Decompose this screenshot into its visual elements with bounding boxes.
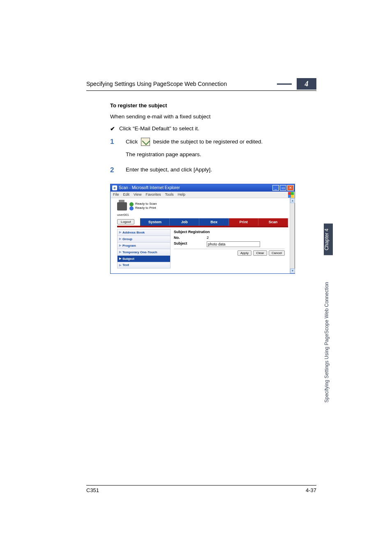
sidenav-address-book[interactable]: ▶Address Book	[117, 229, 171, 236]
tab-system[interactable]: System	[140, 218, 170, 226]
footer-right: 4-37	[306, 487, 316, 493]
step1-text-after: beside the subject to be registered or e…	[153, 139, 263, 145]
printer-icon	[117, 202, 127, 210]
side-tab-title: Specifying Settings Using PageScope Web …	[324, 255, 333, 429]
page-footer: C351 4-37	[86, 485, 316, 493]
cancel-button[interactable]: Cancel	[269, 250, 285, 256]
prereq-text: Click “E-Mail Default” to select it.	[119, 125, 199, 132]
sidenav-subject[interactable]: ▶Subject	[117, 255, 171, 262]
sidenav-label: Group	[122, 237, 132, 241]
ie-icon: e	[112, 185, 117, 190]
menu-edit[interactable]: Edit	[123, 192, 130, 197]
edit-icon	[141, 138, 150, 146]
side-tab-chapter: Chapter 4	[324, 224, 333, 255]
step1-text-before: Click	[126, 139, 139, 145]
running-title: Specifying Settings Using PageScope Web …	[86, 81, 227, 87]
step-1: 1 Click beside the subject to be registe…	[110, 138, 316, 164]
status-dot-green	[129, 202, 134, 206]
close-button[interactable]: ✕	[287, 185, 294, 191]
maximize-button[interactable]: ▭	[280, 185, 286, 191]
windows-logo-icon	[288, 192, 294, 198]
step-number: 1	[110, 138, 116, 164]
header-stripe	[277, 83, 292, 85]
subject-input[interactable]	[207, 241, 260, 247]
main-panel: Subject Registration No. 2 Subject Apply…	[172, 229, 286, 268]
window-title: Scan - Microsoft Internet Explorer	[119, 185, 180, 190]
tab-print[interactable]: Print	[229, 218, 258, 226]
tab-scan[interactable]: Scan	[258, 218, 288, 226]
sidenav-label: Address Book	[122, 231, 145, 234]
header-right: 4	[277, 78, 316, 90]
prereq-line: ✔ Click “E-Mail Default” to select it.	[110, 125, 316, 132]
chapter-number-box: 4	[297, 78, 316, 90]
scrollbar[interactable]: ▲ ▼	[290, 198, 295, 273]
header-rule	[86, 90, 316, 91]
sidenav-label: Program	[122, 244, 136, 247]
menu-view[interactable]: View	[134, 192, 141, 197]
field-subject-label: Subject	[174, 241, 207, 247]
scroll-down-icon[interactable]: ▼	[290, 268, 295, 273]
step-2: 2 Enter the subject, and click [Apply].	[110, 166, 316, 179]
field-no-label: No.	[174, 236, 207, 240]
menu-help[interactable]: Help	[178, 192, 185, 197]
menu-bar: File Edit View Favorites Tools Help	[111, 192, 295, 198]
check-icon: ✔	[110, 125, 115, 132]
menu-file[interactable]: File	[113, 192, 119, 197]
apply-button[interactable]: Apply	[238, 250, 251, 256]
panel-title: Subject Registration	[174, 230, 285, 234]
sidenav-text[interactable]: ▶Text	[117, 262, 171, 268]
step-number: 2	[110, 166, 116, 179]
user-label: user001	[113, 213, 292, 217]
sidenav-group[interactable]: ▶Group	[117, 236, 171, 242]
side-chapter-tab: Chapter 4 Specifying Settings Using Page…	[324, 224, 333, 429]
side-nav: ▶Address Book ▶Group ▶Program ▶Temporary…	[117, 229, 171, 268]
step2-text: Enter the subject, and click [Apply].	[126, 166, 212, 174]
sidenav-label: Temporary One-Touch	[122, 250, 157, 254]
status-dot-blue	[129, 206, 134, 210]
menu-tools[interactable]: Tools	[165, 192, 173, 197]
device-status: Ready to Scan Ready to Print	[113, 200, 292, 211]
section-intro: When sending e-mail with a fixed subject	[110, 113, 316, 120]
minimize-button[interactable]: _	[272, 185, 279, 191]
clear-button[interactable]: Clear	[253, 250, 267, 256]
title-bar: e Scan - Microsoft Internet Explorer _ ▭…	[111, 184, 295, 192]
field-no-value: 2	[207, 236, 209, 240]
tab-box[interactable]: Box	[199, 218, 229, 226]
status-scan: Ready to Scan	[135, 202, 157, 206]
tab-job[interactable]: Job	[170, 218, 199, 226]
footer-left: C351	[86, 487, 99, 493]
tab-underbar	[117, 226, 288, 227]
menu-favorites[interactable]: Favorites	[145, 192, 161, 197]
scroll-up-icon[interactable]: ▲	[290, 198, 295, 203]
section-heading: To register the subject	[110, 102, 316, 109]
sidenav-label: Text	[122, 263, 129, 267]
browser-window: e Scan - Microsoft Internet Explorer _ ▭…	[110, 184, 295, 274]
status-print: Ready to Print	[135, 206, 156, 210]
sidenav-temporary-one-touch[interactable]: ▶Temporary One-Touch	[117, 249, 171, 255]
step1-result: The registration page appears.	[126, 151, 263, 159]
logout-button[interactable]: Logout	[117, 219, 134, 224]
sidenav-label: Subject	[122, 257, 134, 261]
sidenav-program[interactable]: ▶Program	[117, 242, 171, 249]
